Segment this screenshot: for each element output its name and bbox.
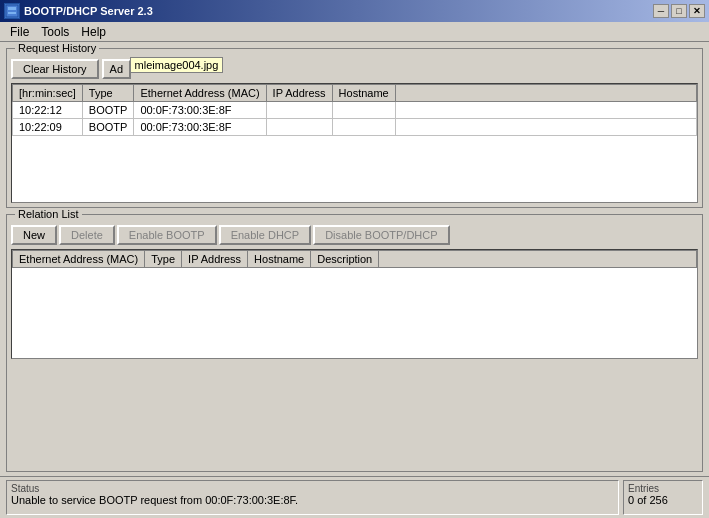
rel-col-hostname: Hostname <box>248 251 311 268</box>
table-row: 10:22:12 BOOTP 00:0F:73:00:3E:8F <box>13 102 697 119</box>
col-type: Type <box>82 85 134 102</box>
relation-buttons: New Delete Enable BOOTP Enable DHCP Disa… <box>11 225 698 245</box>
request-history-title: Request History <box>15 42 99 54</box>
maximize-button[interactable]: □ <box>671 4 687 18</box>
svg-rect-2 <box>8 12 16 14</box>
rel-col-type: Type <box>145 251 182 268</box>
relation-table-container: Ethernet Address (MAC) Type IP Address H… <box>11 249 698 359</box>
status-label: Status <box>11 483 614 494</box>
clear-history-button[interactable]: Clear History <box>11 59 99 79</box>
svg-rect-0 <box>6 5 18 17</box>
enable-bootp-button[interactable]: Enable BOOTP <box>117 225 217 245</box>
svg-rect-1 <box>8 7 16 10</box>
title-bar: BOOTP/DHCP Server 2.3 ─ □ ✕ <box>0 0 709 22</box>
tooltip: mleimage004.jpg <box>130 57 224 73</box>
disable-bootp-dhcp-button[interactable]: Disable BOOTP/DHCP <box>313 225 449 245</box>
entries-label: Entries <box>628 483 698 494</box>
entries-value: 0 of 256 <box>628 494 698 506</box>
delete-button[interactable]: Delete <box>59 225 115 245</box>
col-ip: IP Address <box>266 85 332 102</box>
app-icon <box>4 3 20 19</box>
status-text: Unable to service BOOTP request from 00:… <box>11 494 614 506</box>
enable-dhcp-button[interactable]: Enable DHCP <box>219 225 311 245</box>
table-row: 10:22:09 BOOTP 00:0F:73:00:3E:8F <box>13 119 697 136</box>
window-controls: ─ □ ✕ <box>653 4 705 18</box>
relation-table: Ethernet Address (MAC) Type IP Address H… <box>12 250 697 268</box>
request-history-group: Request History Clear History Ad mleimag… <box>6 48 703 208</box>
close-button[interactable]: ✕ <box>689 4 705 18</box>
menu-file[interactable]: File <box>4 23 35 41</box>
rel-col-desc: Description <box>311 251 379 268</box>
history-table-container: [hr:min:sec] Type Ethernet Address (MAC)… <box>11 83 698 203</box>
new-button[interactable]: New <box>11 225 57 245</box>
menu-bar: File Tools Help <box>0 22 709 42</box>
rel-col-ip: IP Address <box>182 251 248 268</box>
col-hostname: Hostname <box>332 85 395 102</box>
status-bar: Status Unable to service BOOTP request f… <box>0 476 709 518</box>
add-button[interactable]: Ad <box>102 59 131 79</box>
minimize-button[interactable]: ─ <box>653 4 669 18</box>
app-title: BOOTP/DHCP Server 2.3 <box>24 5 153 17</box>
history-table: [hr:min:sec] Type Ethernet Address (MAC)… <box>12 84 697 136</box>
menu-help[interactable]: Help <box>75 23 112 41</box>
relation-list-title: Relation List <box>15 208 82 220</box>
col-mac: Ethernet Address (MAC) <box>134 85 266 102</box>
rel-col-mac: Ethernet Address (MAC) <box>13 251 145 268</box>
menu-tools[interactable]: Tools <box>35 23 75 41</box>
relation-list-group: Relation List New Delete Enable BOOTP En… <box>6 214 703 472</box>
col-time: [hr:min:sec] <box>13 85 83 102</box>
